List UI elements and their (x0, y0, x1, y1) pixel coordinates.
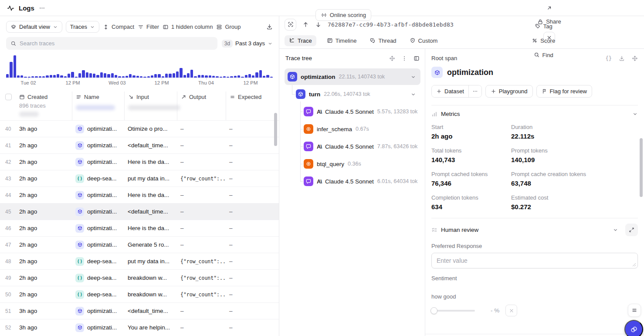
logs-list-panel: Default view Traces Compact Filter 1 hid… (0, 16, 279, 336)
tree-span-item[interactable]: A\ Claude 4.5 Sonnet 7.87s, 63426 tok (285, 138, 420, 155)
table-row[interactable]: 48 2h ago () deep-sea... put my data in.… (0, 253, 279, 269)
trace-tree-panel: Trace tree (279, 49, 425, 336)
date-range-selector[interactable]: 3d Past 3 days (222, 40, 273, 48)
histogram-bar (125, 76, 128, 78)
metric-label: Estimated cost (511, 194, 638, 201)
tree-span-item[interactable]: A\ Claude 4.5 Sonnet 5.57s, 13283 tok (285, 103, 420, 120)
resize-handle[interactable] (632, 263, 636, 267)
trace-id[interactable]: 762887e7-cc99-4b73-afbf-d8bde81ebd83 (328, 21, 454, 28)
clear-score-button[interactable] (505, 305, 517, 316)
assistant-button[interactable] (624, 320, 643, 336)
metric-value: 22.112s (511, 132, 638, 140)
tree-span-item[interactable]: A\ btql_query 0.36s (285, 156, 420, 172)
table-row[interactable]: 51 3h ago optimizati... <default_time...… (0, 302, 279, 319)
prev-trace-button[interactable] (302, 21, 309, 28)
traces-selector-button[interactable]: Traces (66, 21, 99, 33)
dataset-more-button[interactable] (468, 85, 481, 97)
preferred-response-input[interactable]: Enter value (431, 253, 638, 268)
select-all-checkbox[interactable] (5, 94, 12, 100)
table-row[interactable]: 42 2h ago optimizati... Here is the da..… (0, 153, 279, 170)
table-row[interactable]: 44 2h ago optimizati... Here is the da..… (0, 187, 279, 203)
move-icon[interactable] (632, 55, 638, 61)
expected-cell: – (226, 258, 266, 265)
span-name: deep-sea... (87, 291, 117, 298)
tree-span-item[interactable]: A\ turn 22.06s, 140743 tok (285, 86, 420, 102)
table-row[interactable]: 47 2h ago optimizati... Generate 5 ro...… (0, 236, 279, 253)
expand-review-button[interactable] (625, 224, 638, 236)
view-selector-button[interactable]: Default view (6, 21, 62, 33)
col-expected[interactable]: Expected (226, 92, 266, 102)
histogram-bar (248, 74, 251, 78)
histogram-bar (216, 76, 218, 78)
next-trace-button[interactable] (315, 21, 322, 28)
histogram-bar (75, 77, 78, 78)
metric-label: Prompt tokens (511, 147, 638, 154)
histogram-bar (205, 75, 207, 78)
histogram-bar (162, 76, 164, 78)
input-cell: You are helpin... (124, 324, 177, 331)
move-icon[interactable] (389, 55, 395, 61)
tab-thread[interactable]: Thread (367, 35, 399, 46)
export-button[interactable] (266, 24, 273, 30)
chevron-down-icon[interactable] (613, 227, 618, 233)
loading-pill (76, 105, 115, 110)
more-menu-icon[interactable] (39, 5, 45, 11)
table-row[interactable]: 50 2h ago () deep-sea... breakdown w... … (0, 286, 279, 302)
hidden-columns-button[interactable]: 1 hidden column (163, 24, 213, 30)
col-input[interactable]: Input (124, 92, 177, 102)
search-icon (10, 41, 17, 47)
chevron-down-icon[interactable] (410, 74, 416, 80)
open-fullscreen-button[interactable] (546, 5, 552, 11)
table-row[interactable]: 41 2h ago optimizati... <default_time...… (0, 137, 279, 153)
flag-for-review-button[interactable]: Flag for review (536, 85, 592, 98)
table-row[interactable]: 52 3h ago optimizati... You are helpin..… (0, 319, 279, 336)
table-row[interactable]: 40 3h ago optimizati... Otimize o pro...… (0, 120, 279, 137)
arrow-up-right-icon (181, 94, 186, 100)
span-metrics: 0.67s (356, 126, 369, 132)
playground-button[interactable]: Playground (485, 85, 533, 98)
trace-volume-histogram[interactable]: Tue 02 12 PM Wed 03 12 PM Thu 04 12 PM (6, 55, 273, 87)
tag-button[interactable]: Tag (535, 23, 552, 30)
focus-span-button[interactable] (285, 19, 296, 31)
tree-span-item[interactable]: A\ optimization 22.11s, 140743 tok (285, 68, 420, 85)
histogram-bar (151, 75, 153, 78)
select-all-cell[interactable] (0, 92, 16, 102)
group-button[interactable]: Group (216, 24, 241, 30)
score-button[interactable]: Score (532, 37, 555, 44)
chevron-down-icon[interactable] (632, 111, 638, 117)
score-slider[interactable] (431, 310, 475, 312)
histogram-bar (57, 74, 59, 78)
collapse-panel-icon[interactable] (414, 55, 420, 61)
histogram-bar (89, 73, 92, 78)
table-row[interactable]: 45 2h ago optimizati... <default_time...… (0, 203, 279, 220)
table-row[interactable]: 46 2h ago optimizati... Here is the da..… (0, 220, 279, 236)
floating-menu-button[interactable] (628, 304, 641, 317)
slider-thumb[interactable] (430, 307, 437, 314)
row-number: 43 (0, 176, 16, 182)
table-row[interactable]: 43 2h ago () deep-sea... put my data in.… (0, 170, 279, 187)
col-output[interactable]: Output (177, 92, 226, 102)
span-name: btql_query (317, 161, 344, 167)
right-scrollbar[interactable] (640, 138, 643, 197)
col-name[interactable]: Name (72, 92, 124, 102)
download-icon[interactable] (619, 55, 625, 61)
span-metrics: 22.06s, 140743 tok (324, 91, 370, 97)
filter-button[interactable]: Filter (138, 24, 159, 30)
left-scrollbar[interactable] (274, 113, 277, 146)
histogram-bar (111, 73, 114, 78)
kebab-menu-icon[interactable] (401, 55, 407, 61)
review-button[interactable]: Review (329, 0, 357, 1)
tree-span-item[interactable]: A\ infer_schema 0.67s (285, 121, 420, 137)
add-to-dataset-button[interactable]: Dataset (432, 85, 468, 97)
code-braces-icon[interactable]: {} (606, 55, 612, 61)
col-created[interactable]: Created (16, 92, 72, 102)
tab-timeline[interactable]: Timeline (324, 35, 359, 46)
tree-span-item[interactable]: A\ Claude 4.5 Sonnet 6.01s, 64034 tok (285, 173, 420, 190)
compact-toggle-button[interactable]: Compact (103, 24, 134, 30)
input-cell: <default_time... (124, 308, 177, 314)
tab-trace[interactable]: Trace (285, 35, 316, 46)
tab-custom[interactable]: Custom (407, 35, 441, 46)
search-input[interactable]: Search traces (6, 37, 217, 50)
chevron-down-icon[interactable] (410, 92, 416, 97)
table-row[interactable]: 49 2h ago () deep-sea... breakdown w... … (0, 269, 279, 286)
